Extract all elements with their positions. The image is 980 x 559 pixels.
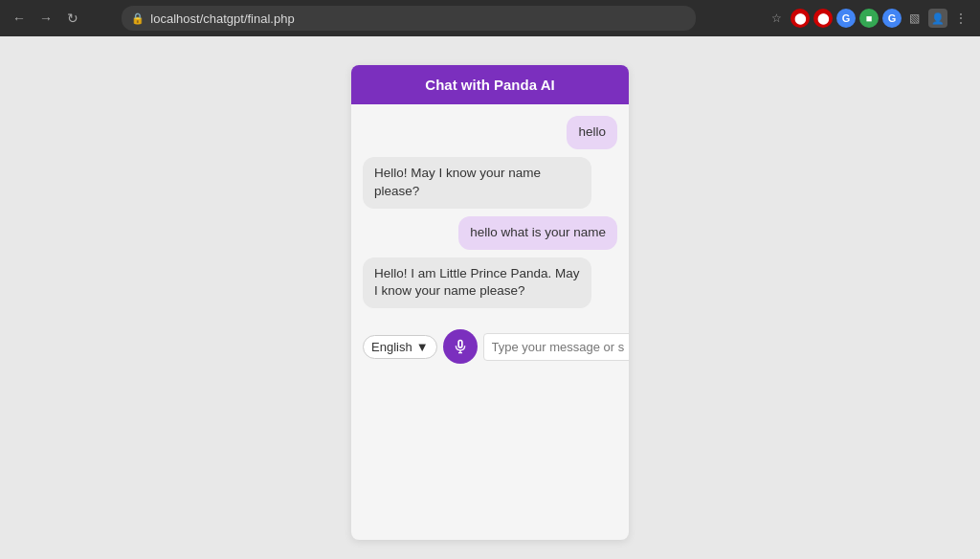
message-bubble-bot-2: Hello! I am Little Prince Panda. May I k… bbox=[363, 257, 591, 309]
forward-button[interactable]: → bbox=[36, 9, 56, 28]
chat-title: Chat with Panda AI bbox=[425, 77, 554, 93]
chat-input-area: English ▼ bbox=[351, 320, 629, 373]
url-text: localhost/chatgpt/final.php bbox=[150, 11, 294, 26]
message-input[interactable] bbox=[492, 340, 629, 354]
bookmark-button[interactable]: ☆ bbox=[768, 9, 787, 28]
mic-icon bbox=[453, 339, 468, 354]
ext-icon-2: ⬤ bbox=[813, 9, 833, 28]
chat-header: Chat with Panda AI bbox=[351, 65, 629, 104]
message-bubble-user-1: hello bbox=[567, 116, 617, 149]
browser-actions: ☆ ⬤ ⬤ G ■ G ▧ 👤 ⋮ bbox=[768, 9, 970, 28]
ext-icon-5: G bbox=[882, 9, 902, 28]
language-selector[interactable]: English ▼ bbox=[363, 335, 437, 359]
back-button[interactable]: ← bbox=[10, 9, 29, 28]
browser-chrome: ← → ↻ 🔒 localhost/chatgpt/final.php ☆ ⬤ … bbox=[0, 0, 980, 36]
extensions-button[interactable]: ▧ bbox=[905, 9, 924, 28]
ext-icon-3: G bbox=[836, 9, 856, 28]
reload-button[interactable]: ↻ bbox=[63, 9, 82, 28]
message-text-4: Hello! I am Little Prince Panda. May I k… bbox=[374, 266, 580, 299]
chat-messages: hello Hello! May I know your name please… bbox=[351, 104, 629, 320]
message-text-2: Hello! May I know your name please? bbox=[374, 166, 541, 198]
mic-button[interactable] bbox=[443, 329, 478, 364]
message-text-3: hello what is your name bbox=[470, 225, 606, 239]
ext-icon-4: ■ bbox=[859, 9, 879, 28]
language-label: English bbox=[371, 340, 412, 354]
menu-button[interactable]: ⋮ bbox=[951, 9, 970, 28]
ext-icon-1: ⬤ bbox=[791, 9, 810, 28]
message-bubble-user-2: hello what is your name bbox=[458, 216, 617, 250]
message-input-wrapper[interactable] bbox=[483, 333, 629, 361]
address-bar[interactable]: 🔒 localhost/chatgpt/final.php bbox=[122, 6, 696, 31]
message-text-1: hello bbox=[578, 124, 606, 139]
chevron-down-icon: ▼ bbox=[416, 340, 429, 354]
lock-icon: 🔒 bbox=[131, 12, 145, 25]
message-bubble-bot-1: Hello! May I know your name please? bbox=[363, 157, 591, 209]
page-content: Chat with Panda AI hello Hello! May I kn… bbox=[0, 36, 980, 559]
profile-icon: 👤 bbox=[928, 9, 947, 28]
chat-container: Chat with Panda AI hello Hello! May I kn… bbox=[351, 65, 629, 540]
